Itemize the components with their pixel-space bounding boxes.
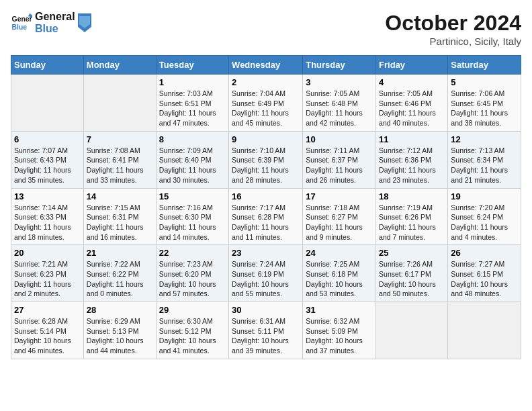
day-number: 30 <box>232 305 300 315</box>
day-info: Sunrise: 7:25 AM Sunset: 6:18 PM Dayligh… <box>306 259 373 299</box>
calendar-cell <box>376 302 448 359</box>
day-info: Sunrise: 6:32 AM Sunset: 5:09 PM Dayligh… <box>306 316 373 356</box>
calendar-cell: 5Sunrise: 7:06 AM Sunset: 6:45 PM Daylig… <box>448 75 521 132</box>
calendar-cell: 31Sunrise: 6:32 AM Sunset: 5:09 PM Dayli… <box>303 302 376 359</box>
calendar-cell: 24Sunrise: 7:25 AM Sunset: 6:18 PM Dayli… <box>303 245 376 302</box>
calendar-body: 1Sunrise: 7:03 AM Sunset: 6:51 PM Daylig… <box>11 75 521 359</box>
day-number: 31 <box>306 305 373 315</box>
day-number: 9 <box>232 134 300 144</box>
day-number: 23 <box>232 248 300 258</box>
day-info: Sunrise: 7:12 AM Sunset: 6:36 PM Dayligh… <box>379 146 445 185</box>
calendar-cell: 10Sunrise: 7:11 AM Sunset: 6:37 PM Dayli… <box>303 131 376 188</box>
day-info: Sunrise: 7:23 AM Sunset: 6:20 PM Dayligh… <box>159 259 226 299</box>
calendar-cell: 28Sunrise: 6:29 AM Sunset: 5:13 PM Dayli… <box>83 302 156 359</box>
day-info: Sunrise: 6:28 AM Sunset: 5:14 PM Dayligh… <box>14 316 81 356</box>
day-info: Sunrise: 7:11 AM Sunset: 6:37 PM Dayligh… <box>306 146 373 185</box>
day-number: 7 <box>87 134 153 144</box>
day-info: Sunrise: 7:14 AM Sunset: 6:33 PM Dayligh… <box>14 203 81 242</box>
day-number: 26 <box>451 248 518 258</box>
svg-text:Blue: Blue <box>12 24 28 31</box>
day-number: 11 <box>379 134 445 144</box>
calendar-cell: 2Sunrise: 7:04 AM Sunset: 6:49 PM Daylig… <box>229 75 303 132</box>
header-day-friday: Friday <box>376 56 448 75</box>
calendar-cell: 12Sunrise: 7:13 AM Sunset: 6:34 PM Dayli… <box>448 131 521 188</box>
month-title: October 2024 <box>385 11 521 36</box>
calendar-cell: 14Sunrise: 7:15 AM Sunset: 6:31 PM Dayli… <box>83 188 156 245</box>
calendar-cell <box>448 302 521 359</box>
calendar-cell: 20Sunrise: 7:21 AM Sunset: 6:23 PM Dayli… <box>11 245 84 302</box>
day-number: 2 <box>232 77 300 87</box>
day-number: 10 <box>306 134 373 144</box>
day-number: 19 <box>451 191 518 201</box>
svg-text:General: General <box>12 15 32 23</box>
day-number: 5 <box>451 77 518 87</box>
calendar-cell: 29Sunrise: 6:30 AM Sunset: 5:12 PM Dayli… <box>156 302 228 359</box>
calendar-week-4: 20Sunrise: 7:21 AM Sunset: 6:23 PM Dayli… <box>11 245 521 302</box>
calendar-cell: 19Sunrise: 7:20 AM Sunset: 6:24 PM Dayli… <box>448 188 521 245</box>
day-info: Sunrise: 6:31 AM Sunset: 5:11 PM Dayligh… <box>232 316 300 356</box>
day-info: Sunrise: 7:10 AM Sunset: 6:39 PM Dayligh… <box>232 146 300 185</box>
day-info: Sunrise: 7:09 AM Sunset: 6:40 PM Dayligh… <box>159 146 226 185</box>
logo-blue: Blue <box>35 23 75 35</box>
calendar-header-row: SundayMondayTuesdayWednesdayThursdayFrid… <box>11 56 521 75</box>
day-number: 28 <box>87 305 153 315</box>
day-number: 3 <box>306 77 373 87</box>
day-number: 15 <box>159 191 226 201</box>
day-info: Sunrise: 7:13 AM Sunset: 6:34 PM Dayligh… <box>451 146 518 185</box>
calendar-cell: 3Sunrise: 7:05 AM Sunset: 6:48 PM Daylig… <box>303 75 376 132</box>
day-info: Sunrise: 7:08 AM Sunset: 6:41 PM Dayligh… <box>87 146 153 185</box>
day-number: 16 <box>232 191 300 201</box>
day-number: 4 <box>379 77 445 87</box>
calendar-cell: 7Sunrise: 7:08 AM Sunset: 6:41 PM Daylig… <box>83 131 156 188</box>
day-info: Sunrise: 7:15 AM Sunset: 6:31 PM Dayligh… <box>87 203 153 242</box>
day-info: Sunrise: 7:07 AM Sunset: 6:43 PM Dayligh… <box>14 146 81 185</box>
logo-arrow-icon <box>78 13 91 32</box>
calendar-cell: 16Sunrise: 7:17 AM Sunset: 6:28 PM Dayli… <box>229 188 303 245</box>
day-info: Sunrise: 7:06 AM Sunset: 6:45 PM Dayligh… <box>451 89 518 128</box>
calendar-cell: 30Sunrise: 6:31 AM Sunset: 5:11 PM Dayli… <box>229 302 303 359</box>
calendar-week-5: 27Sunrise: 6:28 AM Sunset: 5:14 PM Dayli… <box>11 302 521 359</box>
day-number: 6 <box>14 134 81 144</box>
location: Partinico, Sicily, Italy <box>385 36 521 47</box>
day-info: Sunrise: 7:17 AM Sunset: 6:28 PM Dayligh… <box>232 203 300 242</box>
calendar-cell: 26Sunrise: 7:27 AM Sunset: 6:15 PM Dayli… <box>448 245 521 302</box>
day-number: 24 <box>306 248 373 258</box>
calendar-cell: 23Sunrise: 7:24 AM Sunset: 6:19 PM Dayli… <box>229 245 303 302</box>
calendar-cell: 17Sunrise: 7:18 AM Sunset: 6:27 PM Dayli… <box>303 188 376 245</box>
calendar-cell: 9Sunrise: 7:10 AM Sunset: 6:39 PM Daylig… <box>229 131 303 188</box>
day-info: Sunrise: 7:22 AM Sunset: 6:22 PM Dayligh… <box>87 259 153 299</box>
calendar-cell: 8Sunrise: 7:09 AM Sunset: 6:40 PM Daylig… <box>156 131 228 188</box>
calendar-table: SundayMondayTuesdayWednesdayThursdayFrid… <box>11 55 521 359</box>
calendar-week-1: 1Sunrise: 7:03 AM Sunset: 6:51 PM Daylig… <box>11 75 521 132</box>
day-info: Sunrise: 7:19 AM Sunset: 6:26 PM Dayligh… <box>379 203 445 242</box>
calendar-cell: 4Sunrise: 7:05 AM Sunset: 6:46 PM Daylig… <box>376 75 448 132</box>
calendar-cell: 15Sunrise: 7:16 AM Sunset: 6:30 PM Dayli… <box>156 188 228 245</box>
calendar-week-3: 13Sunrise: 7:14 AM Sunset: 6:33 PM Dayli… <box>11 188 521 245</box>
day-number: 27 <box>14 305 81 315</box>
calendar-cell: 27Sunrise: 6:28 AM Sunset: 5:14 PM Dayli… <box>11 302 84 359</box>
day-info: Sunrise: 7:05 AM Sunset: 6:48 PM Dayligh… <box>306 89 373 128</box>
day-info: Sunrise: 7:04 AM Sunset: 6:49 PM Dayligh… <box>232 89 300 128</box>
calendar-cell <box>11 75 84 132</box>
day-info: Sunrise: 7:20 AM Sunset: 6:24 PM Dayligh… <box>451 203 518 242</box>
day-number: 21 <box>87 248 153 258</box>
header-day-wednesday: Wednesday <box>229 56 303 75</box>
calendar-cell: 25Sunrise: 7:26 AM Sunset: 6:17 PM Dayli… <box>376 245 448 302</box>
day-info: Sunrise: 7:21 AM Sunset: 6:23 PM Dayligh… <box>14 259 81 299</box>
day-number: 25 <box>379 248 445 258</box>
calendar-cell: 1Sunrise: 7:03 AM Sunset: 6:51 PM Daylig… <box>156 75 228 132</box>
header-day-sunday: Sunday <box>11 56 84 75</box>
calendar-week-2: 6Sunrise: 7:07 AM Sunset: 6:43 PM Daylig… <box>11 131 521 188</box>
header-day-tuesday: Tuesday <box>156 56 228 75</box>
calendar-cell: 13Sunrise: 7:14 AM Sunset: 6:33 PM Dayli… <box>11 188 84 245</box>
day-number: 8 <box>159 134 226 144</box>
calendar-cell: 22Sunrise: 7:23 AM Sunset: 6:20 PM Dayli… <box>156 245 228 302</box>
day-info: Sunrise: 6:29 AM Sunset: 5:13 PM Dayligh… <box>87 316 153 356</box>
day-number: 20 <box>14 248 81 258</box>
day-info: Sunrise: 7:27 AM Sunset: 6:15 PM Dayligh… <box>451 259 518 299</box>
day-info: Sunrise: 7:18 AM Sunset: 6:27 PM Dayligh… <box>306 203 373 242</box>
day-number: 12 <box>451 134 518 144</box>
title-block: October 2024 Partinico, Sicily, Italy <box>385 11 521 47</box>
day-number: 17 <box>306 191 373 201</box>
header-day-thursday: Thursday <box>303 56 376 75</box>
